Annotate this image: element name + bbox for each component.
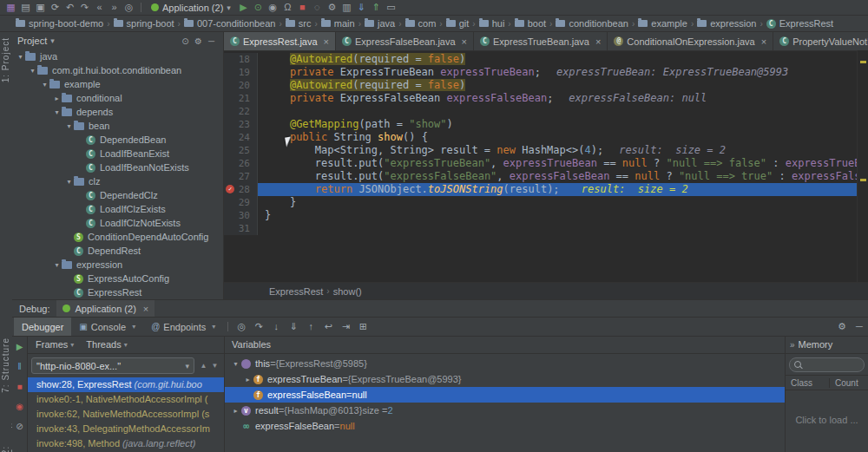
frames-view-tab[interactable]: Frames▾ xyxy=(36,339,74,350)
run-config-select[interactable]: Application (2) ▾ xyxy=(151,3,231,13)
vcs-push-icon[interactable]: ⇑ xyxy=(369,0,384,15)
collapse-icon[interactable]: » xyxy=(790,340,795,350)
tree-toggle-icon[interactable]: ▾ xyxy=(16,53,25,61)
open-icon[interactable]: ▤ xyxy=(18,0,33,15)
tree-toggle-icon[interactable]: ▾ xyxy=(230,360,241,368)
memory-column-header[interactable]: Count xyxy=(829,378,868,388)
search-icon[interactable]: ◎ xyxy=(122,0,136,15)
frame-row[interactable]: invoke0:-1, NativeMethodAccessorImpl ( xyxy=(28,392,224,407)
code-text[interactable] xyxy=(258,222,868,235)
tree-item[interactable]: SExpressAutoConfig xyxy=(12,272,223,285)
variable-row[interactable]: ▸fexpressTrueBean = {ExpressTrueBean@599… xyxy=(225,371,785,387)
resume-button[interactable]: ▶ xyxy=(13,341,27,353)
tree-item[interactable]: CLoadIfBeanNotExists xyxy=(12,160,223,174)
code-text[interactable]: } xyxy=(258,209,868,222)
code-text[interactable]: private ExpressTrueBean expressTrueBean;… xyxy=(258,66,868,79)
tree-item[interactable]: ▾expression xyxy=(12,258,223,272)
show-execution-point-icon[interactable]: ◎ xyxy=(233,318,250,336)
breakpoint-icon[interactable]: ✓ xyxy=(226,185,234,193)
profiler-icon[interactable]: Ω xyxy=(280,0,295,15)
warning-mark[interactable] xyxy=(860,61,866,63)
tree-toggle-icon[interactable]: ▸ xyxy=(230,407,241,415)
breadcrumb-item[interactable]: src xyxy=(286,18,312,29)
breadcrumb-item[interactable]: expression xyxy=(697,18,756,29)
tree-item[interactable]: ▾clz xyxy=(12,174,223,188)
breadcrumb-item[interactable]: git xyxy=(446,18,470,29)
tree-item[interactable]: CExpressRest xyxy=(12,285,223,299)
code-text[interactable]: @GetMapping(path = "show") xyxy=(258,118,868,131)
code-text[interactable]: result.put("expressFalseBean", expressFa… xyxy=(258,170,868,183)
tool-window-button-project[interactable]: 1: Project xyxy=(1,37,10,82)
vcs-update-icon[interactable]: ⇓ xyxy=(354,0,369,15)
tree-item[interactable]: ▾bean xyxy=(12,119,223,133)
run-to-cursor-icon[interactable]: ⇥ xyxy=(337,318,354,336)
tree-toggle-icon[interactable]: ▾ xyxy=(64,178,74,186)
tree-toggle-icon[interactable]: ▾ xyxy=(64,122,74,130)
locate-file-icon[interactable]: ⊙ xyxy=(179,36,192,46)
editor-tab[interactable]: CExpressRest.java× xyxy=(224,32,336,50)
tree-toggle-icon[interactable]: ▾ xyxy=(52,261,62,269)
mute-breakpoints-button[interactable]: ⊘ xyxy=(13,421,27,433)
breadcrumb-item[interactable]: CExpressRest xyxy=(766,18,833,29)
variable-row[interactable]: fexpressFalseBean = null xyxy=(225,387,785,403)
stop-icon[interactable]: ■ xyxy=(295,0,310,15)
tree-item[interactable]: ▾com.git.hui.boot.conditionbean xyxy=(12,63,223,77)
tree-toggle-icon[interactable]: ▾ xyxy=(52,108,62,116)
prev-frame-icon[interactable]: ▲ xyxy=(198,362,209,370)
tree-item[interactable]: CDependedClz xyxy=(12,188,223,202)
debug-tab-endpoints[interactable]: @Endpoints▾ xyxy=(143,318,223,336)
evaluate-expression-icon[interactable]: ⊞ xyxy=(354,318,372,336)
code-text[interactable]: @Autowired(required = false) xyxy=(258,79,868,92)
breadcrumb-item[interactable]: main xyxy=(321,18,355,29)
forward-icon[interactable]: » xyxy=(107,0,122,15)
editor-tab[interactable]: @ConditionalOnExpression.java× xyxy=(608,32,773,50)
coverage-icon[interactable]: ◉ xyxy=(266,0,280,15)
breadcrumb-item[interactable]: spring-boot xyxy=(114,18,174,29)
breadcrumb-item[interactable]: com xyxy=(405,18,437,29)
close-icon[interactable]: × xyxy=(595,36,601,47)
breadcrumb-item[interactable]: spring-boot-demo xyxy=(16,18,103,29)
code-text[interactable]: } xyxy=(258,196,868,209)
tree-item[interactable]: ▸conditional xyxy=(12,91,223,105)
terminal-icon[interactable]: ▭ xyxy=(384,0,398,15)
editor-breadcrumb-item[interactable]: ExpressRest xyxy=(269,286,323,297)
tree-toggle-icon[interactable]: ▸ xyxy=(52,95,62,102)
code-text[interactable]: private ExpressFalseBean expressFalseBea… xyxy=(258,92,868,105)
tree-item[interactable]: CLoadIfClzExists xyxy=(12,202,223,216)
debug-icon[interactable]: ⊙ xyxy=(251,0,266,15)
run-icon[interactable]: ▶ xyxy=(236,0,251,15)
tree-toggle-icon[interactable]: ▸ xyxy=(242,376,253,383)
tree-item[interactable]: SConditionDependAutoConfig xyxy=(12,230,223,244)
step-out-icon[interactable]: ↑ xyxy=(302,318,319,336)
back-icon[interactable]: « xyxy=(92,0,107,15)
error-stripe[interactable] xyxy=(857,50,868,283)
debug-tab-console[interactable]: ▣Console▾ xyxy=(71,318,143,336)
settings-icon[interactable]: ⚙ xyxy=(325,0,339,15)
drop-frame-icon[interactable]: ↩ xyxy=(319,318,337,336)
editor-breadcrumb-item[interactable]: show() xyxy=(333,286,362,297)
frame-row[interactable]: invoke:62, NativeMethodAccessorImpl (s xyxy=(28,407,224,422)
code-text[interactable]: @Autowired(required = false) xyxy=(258,53,868,66)
breadcrumb-item[interactable]: example xyxy=(638,18,687,29)
settings-icon[interactable]: ⚙ xyxy=(833,318,851,336)
variable-row[interactable]: ▾this = {ExpressRest@5985} xyxy=(225,356,785,371)
tree-item[interactable]: ▾java xyxy=(12,49,223,63)
tree-item[interactable]: CDependRest xyxy=(12,244,223,258)
pause-button[interactable]: ‖ xyxy=(13,361,27,373)
code-text[interactable]: public String show() { xyxy=(258,131,868,144)
code-text[interactable]: result.put("expressTrueBean", expressTru… xyxy=(258,157,868,170)
undo-icon[interactable]: ↶ xyxy=(62,0,77,15)
tree-item[interactable]: CDependedBean xyxy=(12,133,223,147)
search-everywhere-icon[interactable]: ◌ xyxy=(310,0,325,15)
step-into-icon[interactable]: ↓ xyxy=(267,318,285,336)
frame-row[interactable]: show:28, ExpressRest (com.git.hui.boo xyxy=(28,377,224,392)
tree-item[interactable]: CLoadIfClzNotExists xyxy=(12,216,223,230)
tree-toggle-icon[interactable]: ▾ xyxy=(28,67,37,75)
variable-row[interactable]: ▸vresult = {HashMap@6013} size = 2 xyxy=(225,403,785,418)
thread-selector[interactable]: "http-nio-8080-ex..." ▾ xyxy=(31,357,194,374)
breadcrumb-item[interactable]: java xyxy=(365,18,395,29)
debug-tab-debugger[interactable]: Debugger xyxy=(14,318,71,336)
hide-icon[interactable]: ─ xyxy=(851,318,868,336)
chevron-down-icon[interactable]: ▾ xyxy=(50,36,55,45)
tree-item[interactable]: CLoadIfBeanExist xyxy=(12,147,223,160)
